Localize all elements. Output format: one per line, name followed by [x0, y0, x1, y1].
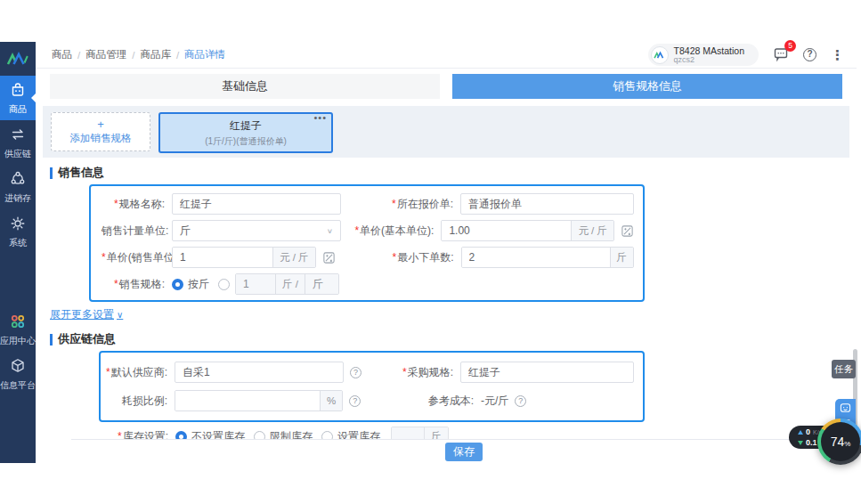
supply-info-box: *默认供应商: ? *采购规格: 耗损比例:	[99, 351, 645, 422]
question-circle-icon[interactable]: ?	[350, 367, 361, 378]
sale-spec-radio-custom[interactable]	[218, 279, 230, 290]
sidebar-item-label: 信息平台	[0, 380, 36, 390]
calculator-icon[interactable]	[322, 251, 336, 264]
download-value: 0.1	[806, 438, 817, 447]
min-order-input[interactable]	[462, 248, 610, 267]
messages-button[interactable]: 5	[773, 45, 789, 65]
content: 基础信息 销售规格信息 + 添加销售规格 ••• 红提子 (1斤/斤)(普通报价…	[36, 74, 857, 447]
sales-info-section-title: 销售信息	[50, 165, 842, 181]
section-bar	[50, 167, 53, 179]
loss-ratio-label: 耗损比例:	[106, 394, 167, 409]
gear-icon	[9, 215, 27, 236]
topbar-actions: T8428 MAstation qzcs2 5	[648, 44, 844, 66]
ref-cost-label: 参考成本:	[385, 394, 474, 409]
vertical-dots-icon: ⋮	[831, 47, 844, 63]
spec-card-selected[interactable]: ••• 红提子 (1斤/斤)(普通报价单)	[158, 112, 333, 153]
add-spec-card[interactable]: + 添加销售规格	[51, 112, 150, 151]
quote-list-input[interactable]	[460, 193, 634, 215]
sidebar: 商品 供应链 进销存	[0, 42, 36, 463]
base-price-input[interactable]	[442, 221, 571, 240]
loss-ratio-input[interactable]	[175, 391, 320, 411]
sale-price-group: 元 / 斤	[172, 247, 316, 268]
task-tab[interactable]: 任务	[832, 360, 856, 378]
save-button[interactable]: 保存	[445, 443, 483, 461]
breadcrumb-item[interactable]: 商品管理	[85, 48, 126, 61]
base-price-unit-addon: 元 / 斤	[571, 221, 613, 240]
app-logo-icon	[0, 42, 36, 76]
performance-gauge[interactable]: 74 %	[817, 419, 861, 465]
sale-price-unit-addon: 元 / 斤	[272, 248, 315, 267]
expand-more-settings-text: 展开更多设置	[50, 307, 114, 322]
min-order-label: *最小下单数:	[365, 250, 454, 265]
sidebar-item-inventory[interactable]: 进销存	[0, 165, 36, 209]
expand-more-settings-link[interactable]: 展开更多设置 ∨	[50, 307, 123, 322]
sidebar-item-goods[interactable]: 商品	[0, 76, 36, 120]
sale-spec-qty-input[interactable]	[236, 274, 275, 294]
supplier-input[interactable]	[175, 362, 344, 383]
sale-unit-value: 斤	[180, 224, 191, 239]
gauge-value: 74	[831, 435, 845, 449]
share-nodes-icon	[9, 170, 27, 191]
sidebar-item-info-platform[interactable]: 信息平台	[0, 352, 36, 396]
app-window: 商品 供应链 进销存	[0, 42, 857, 463]
sidebar-item-app-center[interactable]: 应用中心	[0, 307, 36, 352]
sidebar-item-label: 供应链	[4, 149, 31, 159]
sale-price-label: *单价(销售单位):	[102, 250, 165, 265]
sidebar-item-label: 进销存	[4, 193, 31, 203]
question-circle-icon[interactable]: ?	[515, 395, 526, 407]
breadcrumb-separator: /	[176, 50, 179, 61]
sidebar-item-label: 商品	[9, 104, 27, 114]
main-area: 商品 / 商品管理 / 商品库 / 商品详情	[36, 42, 857, 463]
app-center-icon	[9, 313, 27, 334]
swap-arrows-icon	[9, 126, 27, 147]
sidebar-item-system[interactable]: 系统	[0, 209, 36, 254]
sale-spec-radio-by-unit[interactable]	[172, 279, 183, 290]
purchase-spec-input[interactable]	[460, 362, 634, 383]
sale-unit-label: 销售计量单位:	[102, 224, 165, 239]
section-title-text: 供应链信息	[58, 331, 116, 347]
card-more-icon[interactable]: •••	[313, 112, 327, 123]
section-title-text: 销售信息	[58, 165, 104, 181]
more-menu-button[interactable]: ⋮	[831, 47, 844, 63]
min-order-unit-addon: 斤	[610, 248, 634, 267]
sale-spec-radio-label[interactable]: 按斤	[188, 277, 209, 292]
avatar	[651, 46, 669, 64]
breadcrumb-current: 商品详情	[184, 48, 225, 61]
breadcrumb-item[interactable]: 商品库	[140, 48, 171, 61]
sale-spec-label: *销售规格:	[102, 277, 165, 292]
sale-unit-select[interactable]: 斤 ∨	[172, 220, 341, 241]
breadcrumb: 商品 / 商品管理 / 商品库 / 商品详情	[52, 48, 225, 61]
footer-bar: 保存	[71, 439, 857, 463]
question-circle-icon[interactable]: ?	[349, 395, 361, 407]
spec-cards-strip: + 添加销售规格 ••• 红提子 (1斤/斤)(普通报价单)	[43, 106, 849, 158]
ref-cost-value: -元/斤	[481, 394, 508, 409]
calculator-icon[interactable]	[621, 224, 634, 238]
spec-card-title: 红提子	[230, 118, 262, 134]
sidebar-item-label: 系统	[9, 238, 27, 248]
tab-basic-info[interactable]: 基础信息	[50, 74, 440, 99]
sidebar-item-supply-chain[interactable]: 供应链	[0, 120, 36, 165]
purchase-spec-label: *采购规格:	[364, 365, 453, 380]
spec-card-subtitle: (1斤/斤)(普通报价单)	[205, 135, 287, 148]
help-button[interactable]: ?	[803, 48, 816, 61]
upload-value: 0	[806, 427, 810, 436]
add-spec-label: 添加销售规格	[70, 132, 132, 145]
plus-icon: +	[97, 118, 104, 130]
gauge-readout: 74 %	[821, 422, 860, 461]
upload-icon	[798, 430, 803, 435]
sales-info-box: *规格名称: *所在报价单: 销售计量单位: 斤	[89, 184, 645, 302]
user-subname: qzcs2	[674, 55, 744, 64]
topbar: 商品 / 商品管理 / 商品库 / 商品详情	[36, 42, 857, 69]
loss-ratio-group: %	[175, 390, 343, 411]
user-menu[interactable]: T8428 MAstation qzcs2	[648, 44, 759, 66]
base-price-label: *单价(基本单位):	[345, 224, 434, 239]
cube-icon	[9, 357, 27, 378]
breadcrumb-item[interactable]: 商品	[52, 48, 72, 61]
supplier-label: *默认供应商:	[106, 365, 167, 380]
tab-sales-spec-info[interactable]: 销售规格信息	[452, 74, 842, 99]
section-bar	[50, 334, 53, 345]
supply-info-section-title: 供应链信息	[50, 331, 842, 347]
spec-name-input[interactable]	[172, 193, 341, 215]
sale-price-input[interactable]	[173, 248, 272, 267]
sale-spec-unit-input[interactable]	[305, 274, 338, 294]
